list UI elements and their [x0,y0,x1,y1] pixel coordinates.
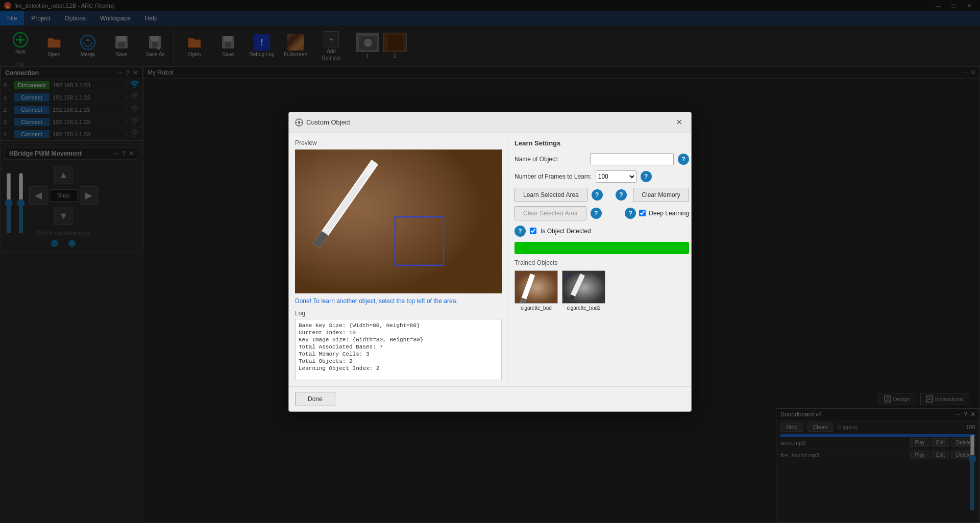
num-frames-row: Number of Frames to Learn: 100 ? [514,170,689,183]
clear-memory-help-button[interactable]: ? [616,189,627,201]
dialog-footer: Done [289,386,691,411]
trained-object-check-1: ✓ [564,272,569,279]
object-detected-label: Is Object Detected [541,228,591,235]
learn-help-button[interactable]: ? [592,189,603,201]
dialog-settings-icon [295,118,303,127]
object-detected-row: ? Is Object Detected [514,226,689,237]
trained-object-thumb-0: ✓ [514,270,558,304]
name-of-object-row: Name of Object: ? [514,153,689,165]
trained-objects-grid: ✓ cigarette_bud [514,270,689,311]
modal-overlay: Custom Object ✕ Preview [0,0,980,523]
log-entry-4: Total Memory Cells: 3 [299,351,498,357]
log-entry-6: Learning Object Index: 2 [299,365,498,371]
dialog-title: Custom Object [295,118,350,127]
svg-point-33 [298,121,301,123]
dialog-header: Custom Object ✕ [289,112,691,133]
preview-image-inner [295,150,502,293]
object-detected-help[interactable]: ? [514,226,526,237]
deep-learning-row: ? Deep Learning [625,208,689,219]
log-entry-2: Key Image Size: {Width=80, Height=80} [299,337,498,343]
learn-clear-row: Learn Selected Area ? ? Clear Memory [514,188,689,202]
name-of-object-label: Name of Object: [514,156,586,163]
trained-object-0[interactable]: ✓ cigarette_bud [514,270,558,311]
trained-object-1[interactable]: ✓ cigarette_bud2 [562,270,605,311]
log-entry-0: Base Key Size: {Width=80, Height=80} [299,322,498,329]
log-entry-3: Total Associated Bases: 7 [299,344,498,350]
preview-image [295,150,502,293]
trained-object-name-1: cigarette_bud2 [562,305,605,311]
trained-object-check-0: ✓ [516,272,521,279]
preview-label: Preview [295,139,502,146]
learn-selected-area-button[interactable]: Learn Selected Area [514,188,587,202]
learn-settings-section: Learn Settings Name of Object: ? Number … [508,133,695,386]
deep-learning-help-button[interactable]: ? [625,208,636,219]
num-frames-label: Number of Frames to Learn: [514,173,592,180]
trained-object-name-0: cigarette_bud [514,305,558,311]
dialog-close-button[interactable]: ✕ [673,116,685,129]
dialog-title-text: Custom Object [306,118,350,126]
learn-settings-title: Learn Settings [514,139,689,147]
log-label: Log [295,310,502,317]
custom-object-dialog: Custom Object ✕ Preview [288,112,692,412]
clear-deep-row: Clear Selected Area ? ? Deep Learning [514,206,689,220]
name-help-button[interactable]: ? [678,154,689,165]
log-entry-1: Current Index: 10 [299,330,498,336]
trained-objects-label: Trained Objects [514,259,689,266]
clear-help-button[interactable]: ? [591,208,602,219]
preview-camera-view [295,150,502,293]
svg-rect-39 [295,150,502,293]
done-button[interactable]: Done [295,392,335,406]
trained-object-thumb-1: ✓ [562,270,605,304]
progress-bar [514,242,689,254]
num-frames-select[interactable]: 100 [596,170,636,183]
log-entry-5: Total Objects: 2 [299,358,498,364]
clear-selected-area-button[interactable]: Clear Selected Area [514,206,586,220]
deep-learning-checkbox[interactable] [639,210,646,216]
name-of-object-input[interactable] [590,153,674,165]
log-section: Log Base Key Size: {Width=80, Height=80}… [295,310,502,380]
deep-learning-label: Deep Learning [649,210,689,217]
object-detected-checkbox[interactable] [530,228,536,234]
preview-section: Preview [289,133,508,386]
frames-help-button[interactable]: ? [641,171,652,182]
preview-status: Done! To learn another object, select th… [295,297,502,305]
log-content[interactable]: Base Key Size: {Width=80, Height=80} Cur… [295,319,502,380]
clear-memory-button[interactable]: Clear Memory [633,188,689,202]
dialog-body: Preview [289,133,691,386]
